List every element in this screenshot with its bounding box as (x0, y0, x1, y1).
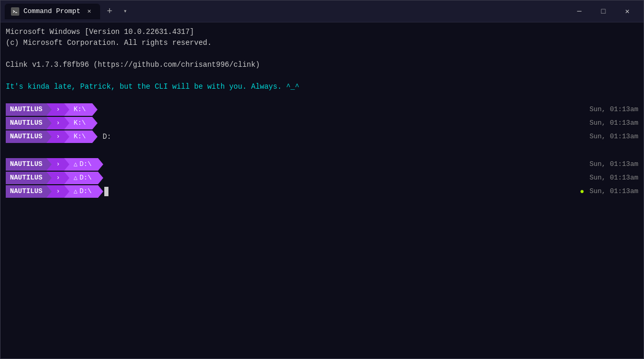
segment-nautilus-d3: NAUTILUS (6, 185, 46, 198)
terminal-window: Command Prompt ✕ + ▾ ─ □ ✕ Microsoft Win… (0, 0, 644, 359)
terminal-content[interactable]: Microsoft Windows [Version 10.0.22631.43… (1, 22, 643, 358)
window-controls: ─ □ ✕ (567, 1, 639, 22)
prompt-row-k3: NAUTILUS › K:\ D: Sun, 01:13am (6, 130, 638, 143)
segment-nautilus-k1: NAUTILUS (6, 103, 46, 116)
prompt-group-d: NAUTILUS › △ D:\ Sun, 01:13am NAUTILUS ›… (6, 158, 638, 198)
maximize-button[interactable]: □ (591, 1, 615, 22)
empty-line-2 (6, 70, 638, 81)
prompt-row-d3: NAUTILUS › △ D:\ ● Sun, 01:13am (6, 185, 638, 198)
tab-dropdown-button[interactable]: ▾ (119, 5, 131, 18)
segment-nautilus-k3: NAUTILUS (6, 130, 46, 143)
prompt-time-d1: Sun, 01:13am (589, 159, 638, 170)
titlebar: Command Prompt ✕ + ▾ ─ □ ✕ (1, 1, 643, 22)
windows-version-text: Microsoft Windows [Version 10.0.22631.43… (6, 27, 194, 38)
terminal-icon (11, 7, 19, 16)
clink-text: Clink v1.7.3.f8fb96 (https://github.com/… (6, 59, 260, 70)
prompt-row-k1: NAUTILUS › K:\ Sun, 01:13am (6, 103, 638, 116)
close-button[interactable]: ✕ (615, 1, 639, 22)
empty-line-1 (6, 49, 638, 59)
prompt-row-k2: NAUTILUS › K:\ Sun, 01:13am (6, 117, 638, 129)
tab-title: Command Prompt (23, 7, 80, 15)
greeting-text: It's kinda late, Patrick, but the CLI wi… (6, 81, 299, 92)
segment-nautilus-k2: NAUTILUS (6, 117, 46, 129)
status-indicator: ● (580, 186, 584, 197)
prompt-time-k3: Sun, 01:13am (589, 131, 638, 142)
terminal-greeting-line: It's kinda late, Patrick, but the CLI wi… (6, 81, 638, 92)
terminal-line-2: (c) Microsoft Corporation. All rights re… (6, 38, 638, 49)
prompt-row-d2: NAUTILUS › △ D:\ Sun, 01:13am (6, 172, 638, 184)
prompt-row-d1: NAUTILUS › △ D:\ Sun, 01:13am (6, 158, 638, 171)
prompt-time-d2: Sun, 01:13am (589, 173, 638, 183)
terminal-cursor (104, 187, 108, 196)
minimize-button[interactable]: ─ (567, 1, 591, 22)
copyright-text: (c) Microsoft Corporation. All rights re… (6, 38, 212, 49)
tab-close-button[interactable]: ✕ (84, 7, 94, 16)
prompt-group-k: NAUTILUS › K:\ Sun, 01:13am NAUTILUS › K… (6, 103, 638, 143)
active-tab[interactable]: Command Prompt ✕ (5, 4, 100, 19)
terminal-line-1: Microsoft Windows [Version 10.0.22631.43… (6, 27, 638, 38)
empty-line-3 (6, 92, 638, 103)
command-k3: D: (103, 131, 112, 142)
empty-line-4 (6, 147, 638, 158)
new-tab-button[interactable]: + (102, 4, 117, 19)
terminal-line-4: Clink v1.7.3.f8fb96 (https://github.com/… (6, 59, 638, 70)
segment-nautilus-d1: NAUTILUS (6, 158, 46, 171)
prompt-time-d3: Sun, 01:13am (589, 186, 638, 197)
tab-area: Command Prompt ✕ + ▾ (5, 4, 567, 19)
segment-nautilus-d2: NAUTILUS (6, 172, 46, 184)
prompt-time-k1: Sun, 01:13am (589, 104, 638, 115)
prompt-time-k2: Sun, 01:13am (589, 118, 638, 128)
